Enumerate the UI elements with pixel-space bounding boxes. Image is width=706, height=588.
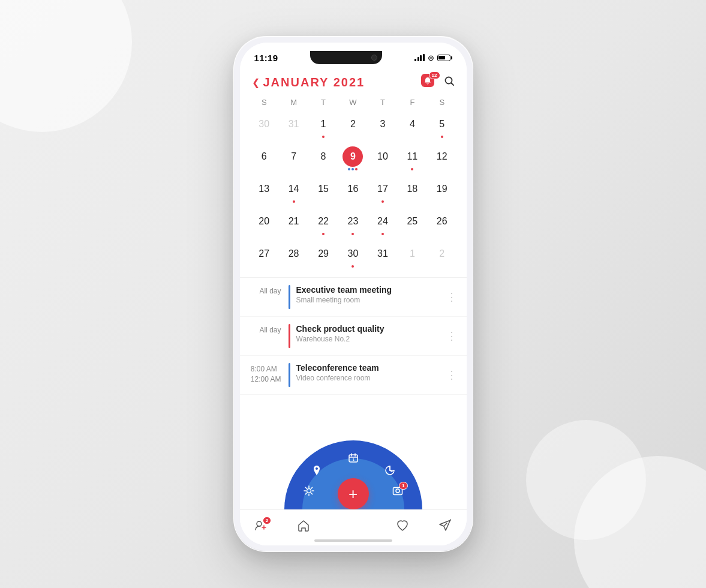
status-notch — [310, 51, 382, 64]
day-number: 23 — [343, 211, 363, 232]
event-item[interactable]: All dayCheck product qualityWarehouse No… — [240, 317, 467, 356]
menu-sun-button[interactable] — [304, 485, 314, 499]
day-number: 1 — [402, 244, 422, 264]
day-cell[interactable]: 7 — [279, 144, 308, 175]
day-cell[interactable]: 15 — [308, 176, 338, 208]
day-cell[interactable]: 10 — [368, 144, 397, 175]
day-cell[interactable]: 4 — [398, 112, 427, 143]
day-number: 26 — [432, 211, 452, 232]
wifi-icon: ⊜ — [428, 53, 434, 62]
event-location: Video conference room — [296, 374, 446, 382]
header-right: 12 — [421, 74, 455, 91]
day-cell[interactable]: 14 — [279, 176, 308, 208]
day-cell[interactable]: 24 — [368, 209, 397, 240]
day-cell[interactable]: 22 — [308, 209, 338, 240]
day-cell[interactable]: 31 — [368, 241, 397, 272]
day-cell[interactable]: 16 — [338, 176, 368, 208]
day-cell[interactable]: 12 — [427, 144, 456, 175]
day-cell[interactable]: 25 — [398, 209, 427, 240]
event-menu-button[interactable]: ⋮ — [446, 363, 457, 387]
camera-notch — [371, 55, 377, 61]
day-cell[interactable]: 27 — [250, 241, 279, 272]
menu-history-button[interactable] — [384, 465, 395, 478]
bottom-area: 1 — [240, 443, 467, 545]
day-cell[interactable]: 17 — [368, 176, 397, 208]
tab-friends[interactable]: 2 — [250, 517, 272, 535]
day-cell[interactable]: 8 — [308, 144, 338, 175]
event-details: Teleconference teamVideo conference room — [296, 363, 446, 387]
svg-line-21 — [444, 523, 447, 526]
event-menu-button[interactable]: ⋮ — [446, 324, 457, 348]
fab-add-button[interactable]: + — [338, 478, 369, 509]
day-cell[interactable]: 1 — [398, 241, 427, 272]
day-cell[interactable]: 28 — [279, 241, 308, 272]
day-cell[interactable]: 30 — [250, 112, 279, 143]
day-cell[interactable]: 18 — [398, 176, 427, 208]
day-number: 2 — [432, 244, 452, 264]
day-number: 13 — [254, 179, 274, 199]
svg-line-1 — [451, 83, 453, 85]
day-number: 15 — [313, 179, 334, 199]
day-number: 22 — [313, 211, 334, 232]
menu-location-button[interactable] — [311, 465, 322, 478]
event-time: All day — [250, 324, 289, 348]
status-bar: 11:19 ⊜ — [240, 43, 467, 69]
day-number: 24 — [372, 211, 393, 232]
notification-count: 12 — [429, 71, 440, 79]
event-title: Teleconference team — [296, 363, 446, 373]
svg-line-14 — [311, 487, 312, 488]
day-cell[interactable]: 26 — [427, 209, 456, 240]
day-number: 11 — [402, 146, 422, 167]
day-cell[interactable]: 13 — [250, 176, 279, 208]
day-cell[interactable]: 21 — [279, 209, 308, 240]
friends-badge: 2 — [263, 517, 271, 524]
day-header-fri: F — [398, 95, 427, 109]
day-cell[interactable]: 5 — [427, 112, 456, 143]
home-indicator — [314, 539, 392, 542]
day-number: 18 — [402, 179, 422, 199]
day-cell[interactable]: 3 — [368, 112, 397, 143]
event-title: Check product quality — [296, 324, 446, 334]
day-number: 1 — [313, 114, 334, 134]
day-cell[interactable]: 23 — [338, 209, 368, 240]
day-number: 31 — [284, 114, 304, 134]
menu-calendar-button[interactable]: 1 — [348, 452, 359, 466]
day-cell[interactable]: 1 — [308, 112, 338, 143]
tab-home[interactable] — [292, 517, 315, 535]
day-cell[interactable]: 6 — [250, 144, 279, 175]
svg-line-12 — [305, 487, 307, 488]
day-number: 20 — [254, 211, 274, 232]
battery-icon — [437, 55, 452, 61]
svg-point-0 — [445, 77, 452, 83]
tab-send[interactable] — [434, 517, 456, 535]
status-icons: ⊜ — [414, 53, 452, 62]
notification-button[interactable]: 12 — [421, 74, 438, 91]
day-number: 30 — [254, 114, 274, 134]
day-cell[interactable]: 2 — [427, 241, 456, 272]
day-cell[interactable]: 9 — [338, 144, 368, 175]
day-cell[interactable]: 19 — [427, 176, 456, 208]
day-cell[interactable]: 20 — [250, 209, 279, 240]
day-header-tue: T — [308, 95, 338, 109]
svg-text:1: 1 — [353, 458, 354, 461]
header-left: ❮ JANUARY 2021 — [252, 76, 365, 89]
menu-photo-button[interactable]: 1 — [392, 485, 403, 499]
event-menu-button[interactable]: ⋮ — [446, 285, 457, 309]
svg-line-13 — [311, 493, 312, 494]
day-cell[interactable]: 11 — [398, 144, 427, 175]
day-headers: S M T W T F S — [250, 95, 457, 109]
day-cell[interactable]: 31 — [279, 112, 308, 143]
tab-favorites[interactable] — [391, 517, 414, 535]
day-cell[interactable]: 29 — [308, 241, 338, 272]
prev-month-button[interactable]: ❮ — [252, 77, 260, 88]
day-header-sun: S — [250, 95, 279, 109]
search-button[interactable] — [444, 76, 455, 89]
event-item[interactable]: 8:00 AM12:00 AMTeleconference teamVideo … — [240, 356, 467, 395]
event-bar — [289, 285, 290, 309]
svg-point-18 — [257, 521, 262, 526]
day-cell[interactable]: 30 — [338, 241, 368, 272]
event-item[interactable]: All dayExecutive team meetingSmall meeti… — [240, 278, 467, 317]
event-bar — [289, 363, 290, 387]
day-cell[interactable]: 2 — [338, 112, 368, 143]
day-number: 12 — [432, 146, 452, 167]
